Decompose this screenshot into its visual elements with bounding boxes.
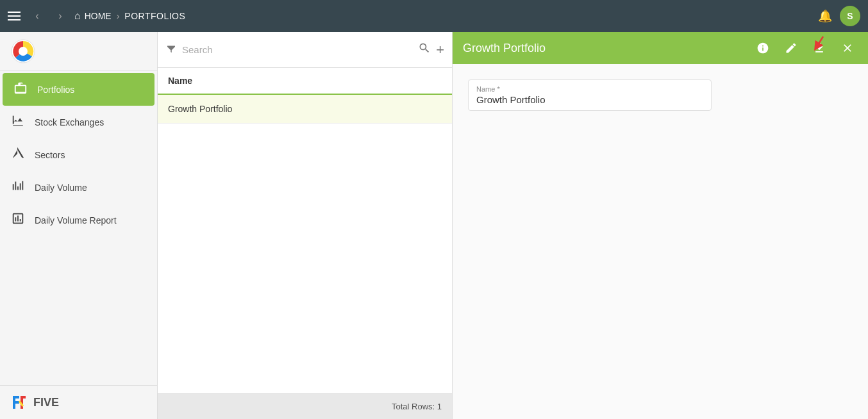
detail-title: Growth Portfolio bbox=[463, 42, 753, 55]
user-avatar[interactable]: S bbox=[840, 6, 860, 26]
list-item-name: Growth Portfolio bbox=[168, 104, 232, 114]
sidebar-item-label-portfolios: Portfolios bbox=[37, 85, 74, 95]
name-form-group: Name * Growth Portfolio bbox=[468, 79, 853, 111]
section-label: PORTFOLIOS bbox=[124, 11, 185, 21]
main-layout: Portfolios Stock Exchanges Sectors Daily… bbox=[0, 32, 868, 419]
home-label: HOME bbox=[85, 11, 112, 21]
sidebar-item-label-stock-exchanges: Stock Exchanges bbox=[35, 117, 104, 127]
total-rows-label: Total Rows: 1 bbox=[392, 402, 442, 411]
topbar-right: 🔔 S bbox=[818, 6, 860, 26]
sidebar: Portfolios Stock Exchanges Sectors Daily… bbox=[0, 32, 158, 419]
sidebar-logo bbox=[0, 32, 157, 70]
name-field-label: Name * bbox=[476, 85, 703, 93]
home-icon: ⌂ bbox=[74, 10, 81, 22]
list-header-name: Name bbox=[168, 76, 192, 86]
search-icon[interactable] bbox=[418, 42, 431, 58]
daily-volume-report-icon bbox=[10, 211, 26, 229]
svg-point-1 bbox=[19, 47, 28, 56]
breadcrumb-chevron: › bbox=[117, 11, 120, 21]
list-footer: Total Rows: 1 bbox=[158, 393, 452, 419]
sidebar-item-sectors[interactable]: Sectors bbox=[0, 138, 157, 171]
sidebar-item-label-daily-volume: Daily Volume bbox=[35, 183, 87, 193]
detail-header: Growth Portfolio bbox=[453, 32, 868, 64]
menu-button[interactable] bbox=[8, 12, 21, 21]
list-items: Growth Portfolio bbox=[158, 95, 452, 393]
stock-exchanges-icon bbox=[10, 113, 26, 131]
daily-volume-icon bbox=[10, 179, 26, 196]
name-field-value: Growth Portfolio bbox=[476, 94, 703, 105]
sidebar-nav: Portfolios Stock Exchanges Sectors Daily… bbox=[0, 70, 157, 385]
sidebar-item-portfolios[interactable]: Portfolios bbox=[3, 73, 154, 106]
sidebar-item-daily-volume-report[interactable]: Daily Volume Report bbox=[0, 204, 157, 236]
detail-body: Name * Growth Portfolio bbox=[453, 64, 868, 136]
svg-rect-2 bbox=[13, 116, 14, 124]
briefcase-icon bbox=[13, 81, 28, 98]
sidebar-item-stock-exchanges[interactable]: Stock Exchanges bbox=[0, 106, 157, 138]
app-logo-icon bbox=[10, 38, 36, 64]
info-button[interactable] bbox=[753, 38, 773, 58]
list-item[interactable]: Growth Portfolio bbox=[158, 95, 452, 124]
edit-button[interactable] bbox=[781, 38, 801, 58]
topbar: ‹ › ⌂ HOME › PORTFOLIOS 🔔 S bbox=[0, 0, 868, 32]
add-button[interactable]: + bbox=[436, 42, 444, 58]
middle-panel: + Name Growth Portfolio Total Rows: 1 bbox=[158, 32, 453, 419]
search-input[interactable] bbox=[182, 44, 413, 55]
sidebar-item-daily-volume[interactable]: Daily Volume bbox=[0, 171, 157, 204]
search-bar: + bbox=[158, 32, 452, 68]
detail-header-actions bbox=[753, 38, 858, 58]
forward-button[interactable]: › bbox=[51, 7, 69, 25]
sidebar-footer: FIVE bbox=[0, 385, 157, 419]
filter-icon[interactable] bbox=[165, 43, 177, 57]
name-field: Name * Growth Portfolio bbox=[468, 79, 712, 111]
notifications-bell[interactable]: 🔔 bbox=[818, 9, 832, 23]
back-button[interactable]: ‹ bbox=[28, 7, 46, 25]
sectors-icon bbox=[10, 146, 26, 163]
close-button[interactable] bbox=[837, 38, 858, 58]
home-nav[interactable]: ⌂ HOME bbox=[74, 10, 112, 22]
download-button[interactable] bbox=[809, 38, 830, 58]
list-header: Name bbox=[158, 68, 452, 95]
sidebar-item-label-daily-volume-report: Daily Volume Report bbox=[35, 215, 117, 226]
five-logo-text: FIVE bbox=[33, 396, 59, 409]
detail-panel: Growth Portfolio bbox=[453, 32, 868, 419]
sidebar-item-label-sectors: Sectors bbox=[35, 150, 65, 160]
breadcrumb: ‹ › ⌂ HOME › PORTFOLIOS bbox=[28, 7, 810, 25]
five-logo-icon bbox=[10, 393, 28, 411]
